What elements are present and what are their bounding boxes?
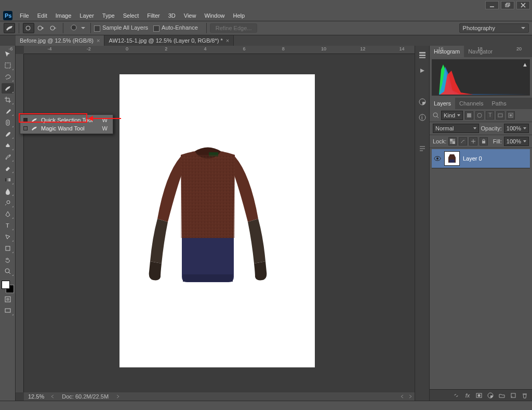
- fill-input[interactable]: 100%: [504, 137, 529, 146]
- svg-rect-18: [5, 309, 10, 312]
- ruler-vertical[interactable]: [16, 54, 24, 392]
- window-close-button[interactable]: [516, 1, 530, 9]
- svg-point-6: [50, 26, 55, 30]
- tab-histogram[interactable]: Histogram: [430, 46, 464, 57]
- layer-style-icon[interactable]: fx: [463, 391, 472, 400]
- filter-pixel-icon[interactable]: [465, 111, 473, 120]
- layer-mask-icon[interactable]: [475, 391, 483, 400]
- flyout-item[interactable]: Quick Selection ToolW: [20, 116, 113, 124]
- info-panel-icon[interactable]: i: [417, 112, 428, 123]
- refine-edge-button[interactable]: Refine Edge...: [210, 23, 258, 33]
- svg-rect-14: [6, 246, 10, 250]
- current-tool-icon[interactable]: [4, 23, 15, 33]
- filter-type-icon[interactable]: T: [486, 111, 494, 120]
- link-layers-icon[interactable]: [452, 391, 460, 400]
- menu-type[interactable]: Type: [98, 10, 119, 21]
- menu-image[interactable]: Image: [51, 10, 76, 21]
- menu-3d[interactable]: 3D: [164, 10, 180, 21]
- menu-window[interactable]: Window: [200, 10, 229, 21]
- photoshop-logo-icon[interactable]: Ps: [0, 10, 16, 21]
- menu-select[interactable]: Select: [119, 10, 143, 21]
- type-tool[interactable]: T: [2, 220, 14, 231]
- layer-row[interactable]: Layer 0: [432, 149, 530, 168]
- delete-layer-icon[interactable]: [521, 391, 529, 400]
- history-brush-tool[interactable]: [2, 152, 14, 162]
- group-icon[interactable]: [498, 391, 506, 400]
- quick-selection-tool[interactable]: [2, 83, 14, 94]
- zoom-tool[interactable]: [2, 266, 14, 276]
- close-tab-icon[interactable]: ×: [226, 37, 229, 44]
- crop-tool[interactable]: [2, 95, 14, 105]
- marquee-tool[interactable]: [2, 60, 14, 71]
- document-tab[interactable]: Before.jpg @ 12.5% (RGB/8)×: [16, 35, 104, 46]
- brush-tool[interactable]: [2, 129, 14, 139]
- window-titlebar: [0, 0, 532, 10]
- document-canvas[interactable]: [119, 74, 315, 367]
- adjustment-layer-icon[interactable]: [486, 391, 495, 400]
- menu-filter[interactable]: Filter: [143, 10, 164, 21]
- document-size-readout[interactable]: Doc: 60.2M/22.5M: [57, 393, 114, 400]
- pen-tool[interactable]: [2, 209, 14, 219]
- new-layer-icon[interactable]: [509, 391, 517, 400]
- paragraph-panel-icon[interactable]: [417, 143, 428, 154]
- color-swatches[interactable]: [2, 281, 14, 293]
- dodge-tool[interactable]: [2, 197, 14, 208]
- document-tab[interactable]: AW12-15-1.jpg @ 12.5% (Layer 0, RGB/8*) …: [104, 35, 234, 46]
- menu-edit[interactable]: Edit: [33, 10, 51, 21]
- tab-layers[interactable]: Layers: [430, 98, 455, 109]
- menu-view[interactable]: View: [180, 10, 201, 21]
- brush-picker[interactable]: [66, 23, 87, 33]
- filter-shape-icon[interactable]: [496, 111, 504, 120]
- quick-mask-toggle[interactable]: [2, 294, 14, 305]
- adjustments-panel-icon[interactable]: [417, 97, 428, 107]
- layer-name[interactable]: Layer 0: [463, 155, 482, 162]
- visibility-toggle-icon[interactable]: [434, 155, 441, 162]
- svg-point-17: [6, 298, 9, 301]
- add-to-selection-icon[interactable]: [35, 23, 47, 33]
- gradient-tool[interactable]: [2, 175, 14, 185]
- eraser-tool[interactable]: [2, 163, 14, 174]
- lock-transparent-icon[interactable]: [448, 137, 457, 146]
- tab-channels[interactable]: Channels: [455, 98, 487, 109]
- layer-filter-icon[interactable]: [433, 112, 439, 118]
- lasso-tool[interactable]: [2, 72, 14, 82]
- window-restore-button[interactable]: [501, 1, 514, 9]
- healing-brush-tool[interactable]: [2, 117, 14, 128]
- screen-mode-toggle[interactable]: [2, 306, 14, 316]
- tab-paths[interactable]: Paths: [488, 98, 511, 109]
- ruler-horizontal[interactable]: -12-10-8-6-4-202468101214161820: [24, 46, 415, 54]
- scrollbar-horizontal[interactable]: 12.5% Doc: 60.2M/22.5M: [24, 392, 415, 401]
- hand-tool[interactable]: [2, 255, 14, 265]
- sample-all-layers-checkbox[interactable]: Sample All Layers: [94, 24, 148, 31]
- lock-image-icon[interactable]: [459, 137, 467, 146]
- menu-file[interactable]: File: [16, 10, 33, 21]
- opacity-input[interactable]: 100%: [504, 124, 529, 133]
- flyout-item[interactable]: Magic Wand ToolW: [20, 124, 113, 133]
- lock-position-icon[interactable]: [469, 137, 477, 146]
- window-minimize-button[interactable]: [485, 1, 499, 9]
- zoom-level-readout[interactable]: 12.5%: [24, 393, 48, 400]
- blend-mode-select[interactable]: Normal: [433, 124, 479, 133]
- shape-tool[interactable]: [2, 243, 14, 254]
- workspace-switcher[interactable]: Photography: [459, 23, 529, 33]
- history-panel-icon[interactable]: [417, 50, 428, 60]
- clone-stamp-tool[interactable]: [2, 140, 14, 151]
- filter-smart-icon[interactable]: [507, 111, 515, 120]
- histogram-warning-icon[interactable]: ▲: [522, 61, 528, 68]
- subtract-from-selection-icon[interactable]: [48, 23, 59, 33]
- new-selection-icon[interactable]: [23, 23, 34, 33]
- layer-filter-kind[interactable]: Kind: [441, 111, 463, 120]
- filter-adjustment-icon[interactable]: [475, 111, 484, 120]
- eyedropper-tool[interactable]: [2, 106, 14, 116]
- path-selection-tool[interactable]: [2, 232, 14, 242]
- svg-rect-40: [453, 141, 455, 144]
- actions-panel-icon[interactable]: [417, 65, 428, 76]
- auto-enhance-checkbox[interactable]: Auto-Enhance: [153, 24, 198, 31]
- blur-tool[interactable]: [2, 186, 14, 196]
- layer-thumbnail[interactable]: [444, 151, 460, 166]
- close-tab-icon[interactable]: ×: [97, 37, 100, 44]
- menu-layer[interactable]: Layer: [75, 10, 98, 21]
- options-bar: Sample All Layers Auto-Enhance Refine Ed…: [0, 21, 532, 35]
- lock-all-icon[interactable]: [480, 137, 488, 146]
- menu-help[interactable]: Help: [229, 10, 249, 21]
